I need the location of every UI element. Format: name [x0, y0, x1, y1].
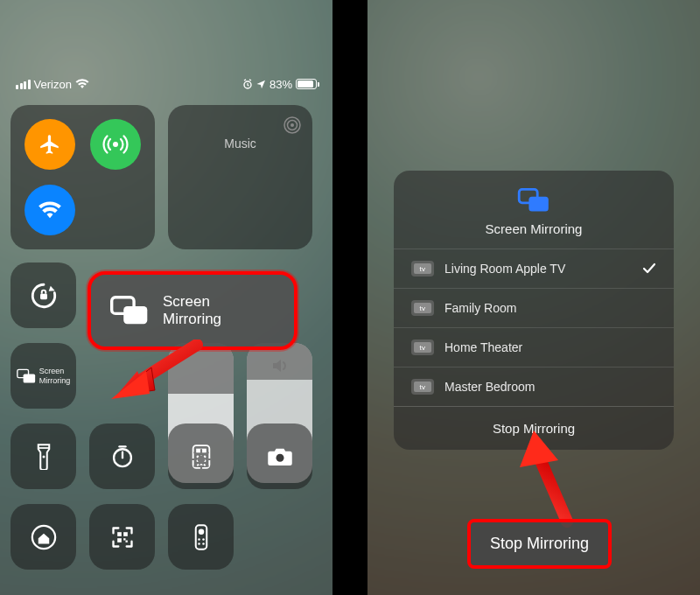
device-row[interactable]: tvLiving Room Apple TV	[394, 248, 674, 288]
qr-scan-button[interactable]	[89, 504, 155, 570]
svg-point-1	[113, 142, 118, 147]
appletv-badge-icon: tv	[411, 340, 434, 355]
camera-icon	[267, 446, 293, 467]
svg-rect-26	[117, 538, 122, 542]
carrier-label: Verizon	[34, 78, 72, 91]
airplay-audio-icon[interactable]	[283, 116, 302, 135]
wifi-toggle[interactable]	[24, 185, 75, 235]
phone-left: Verizon 83%	[0, 0, 332, 595]
music-tile[interactable]: Music	[168, 105, 312, 249]
svg-point-8	[197, 456, 205, 464]
stop-mirroring-callout[interactable]: Stop Mirroring	[467, 519, 612, 569]
screen-mirroring-button[interactable]: Screen Mirroring	[10, 343, 76, 409]
airplane-mode-toggle[interactable]	[24, 119, 75, 170]
airplane-icon	[38, 133, 61, 156]
stop-callout-label: Stop Mirroring	[490, 535, 589, 552]
cellular-icon	[102, 131, 129, 158]
apple-tv-remote-button[interactable]	[168, 504, 234, 570]
signal-icon	[16, 80, 31, 89]
svg-point-9	[42, 455, 45, 458]
stop-label: Stop Mirroring	[493, 421, 575, 436]
device-row[interactable]: tvHome Theater	[394, 327, 674, 367]
svg-point-30	[198, 528, 204, 535]
device-name: Home Theater	[444, 340, 522, 354]
svg-point-22	[276, 453, 284, 461]
stop-mirroring-button[interactable]: Stop Mirroring	[394, 406, 674, 450]
svg-rect-5	[40, 293, 47, 299]
wifi-icon	[38, 200, 62, 220]
appletv-badge-icon: tv	[411, 379, 434, 395]
svg-rect-24	[117, 532, 122, 536]
svg-rect-38	[528, 197, 548, 212]
svg-text:tv: tv	[420, 383, 426, 391]
svg-rect-29	[195, 525, 206, 550]
svg-rect-7	[23, 374, 35, 382]
battery-icon	[296, 79, 317, 89]
svg-rect-27	[123, 538, 125, 540]
svg-point-31	[198, 538, 200, 541]
svg-rect-25	[123, 532, 128, 536]
device-name: Master Bedroom	[444, 380, 535, 394]
device-row[interactable]: tvFamily Room	[394, 288, 674, 327]
rotation-lock-icon	[29, 281, 59, 311]
camera-button[interactable]	[247, 424, 312, 489]
mirror-callout-label: Screen Mirroring	[163, 293, 221, 329]
check-icon	[642, 262, 656, 275]
svg-text:tv: tv	[420, 304, 426, 312]
alarm-icon	[242, 79, 253, 89]
mirror-icon	[110, 296, 149, 326]
battery-pct: 83%	[270, 78, 292, 91]
panel-title: Screen Mirroring	[486, 221, 583, 236]
appletv-badge-icon: tv	[411, 261, 434, 276]
svg-point-33	[198, 542, 200, 545]
phone-right: Screen Mirroring tvLiving Room Apple TVt…	[368, 0, 700, 595]
device-name: Living Room Apple TV	[444, 262, 565, 276]
wifi-icon	[75, 79, 89, 89]
screen-mirroring-callout[interactable]: Screen Mirroring	[88, 271, 298, 350]
remote-icon	[194, 524, 208, 550]
flashlight-button[interactable]	[10, 424, 76, 489]
music-label: Music	[224, 136, 256, 150]
location-icon	[256, 80, 266, 89]
svg-rect-28	[125, 540, 127, 542]
home-icon	[31, 524, 57, 550]
flashlight-icon	[34, 444, 53, 470]
mirror-icon	[517, 188, 550, 213]
speaker-icon	[270, 355, 290, 376]
home-button[interactable]	[10, 504, 76, 570]
svg-text:tv: tv	[420, 344, 426, 352]
svg-point-4	[290, 123, 294, 127]
device-row[interactable]: tvMaster Bedroom	[394, 367, 674, 406]
appletv-badge-icon: tv	[411, 300, 434, 316]
mirror-icon	[17, 368, 36, 384]
cellular-toggle[interactable]	[90, 119, 141, 170]
svg-rect-36	[123, 306, 147, 324]
qr-icon	[110, 525, 135, 550]
svg-point-32	[202, 538, 205, 541]
screen-mirroring-panel: Screen Mirroring tvLiving Room Apple TVt…	[394, 171, 674, 450]
timer-icon	[110, 444, 135, 469]
connectivity-tile[interactable]	[10, 105, 155, 249]
svg-point-34	[202, 542, 205, 545]
status-bar: Verizon 83%	[0, 75, 332, 93]
device-name: Family Room	[444, 301, 516, 315]
sun-icon	[190, 448, 213, 471]
rotation-lock-toggle[interactable]	[10, 262, 76, 328]
svg-text:tv: tv	[420, 265, 426, 273]
mirror-small-label: Screen Mirroring	[39, 367, 71, 385]
device-list: tvLiving Room Apple TVtvFamily RoomtvHom…	[394, 248, 674, 406]
timer-button[interactable]	[89, 424, 155, 489]
